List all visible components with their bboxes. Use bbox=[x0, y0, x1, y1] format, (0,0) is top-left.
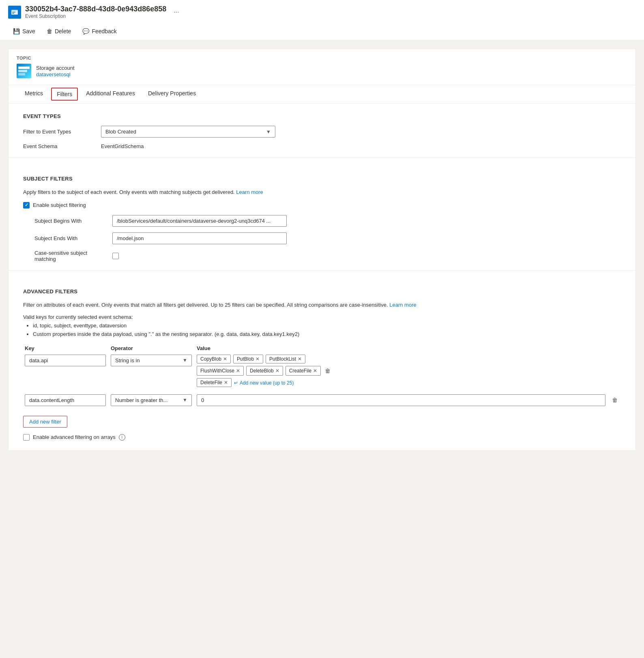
event-types-dropdown[interactable]: Blob Created ▼ bbox=[101, 126, 275, 138]
tag-putblocklist-label: PutBlockList bbox=[269, 356, 296, 362]
chevron-down-icon: ▼ bbox=[182, 357, 187, 363]
page-subtitle: Event Subscription bbox=[25, 13, 166, 19]
tag-copyblob-close[interactable]: ✕ bbox=[223, 356, 227, 362]
filter2-value-input[interactable] bbox=[197, 394, 605, 406]
subject-ends-label: Subject Ends With bbox=[34, 235, 107, 241]
panel-card: Metrics Filters Additional Features Deli… bbox=[8, 85, 636, 451]
storage-account-icon-box bbox=[17, 64, 31, 78]
col-operator-header: Operator bbox=[111, 345, 192, 351]
event-types-dropdown-value: Blob Created bbox=[105, 129, 136, 135]
subject-begins-input[interactable] bbox=[112, 215, 287, 227]
tag-flushwithclose-label: FlushWithClose bbox=[200, 368, 234, 374]
tag-deletefile: DeleteFile ✕ bbox=[197, 378, 232, 387]
tag-flushwithclose: FlushWithClose ✕ bbox=[197, 366, 244, 376]
advanced-filters-title: ADVANCED FILTERS bbox=[23, 288, 621, 295]
chevron-down-icon: ▼ bbox=[182, 397, 187, 403]
toolbar: 💾 Save 🗑 Delete 💬 Feedback bbox=[8, 22, 636, 40]
topic-card: TOPIC Storage account dataversetosql bbox=[8, 49, 636, 85]
more-options-icon[interactable]: ··· bbox=[174, 9, 179, 16]
tag-putblocklist: PutBlockList ✕ bbox=[266, 355, 305, 363]
info-icon[interactable]: i bbox=[119, 434, 125, 441]
enable-adv-filtering-checkbox[interactable] bbox=[23, 434, 30, 441]
save-icon: 💾 bbox=[13, 28, 20, 34]
event-schema-row: Event Schema EventGridSchema bbox=[23, 143, 621, 149]
tag-putblob-label: PutBlob bbox=[237, 356, 254, 362]
col-value-header: Value bbox=[197, 345, 619, 351]
filter1-value-area: CopyBlob ✕ PutBlob ✕ PutBlockList ✕ bbox=[197, 355, 619, 389]
filter2-delete-button[interactable]: 🗑 bbox=[610, 395, 619, 405]
tab-filters[interactable]: Filters bbox=[51, 88, 78, 101]
filter-row-2: Number is greater th... ▼ 🗑 bbox=[23, 394, 621, 406]
save-button[interactable]: 💾 Save bbox=[8, 26, 40, 37]
topic-label: TOPIC bbox=[17, 56, 627, 60]
tag-deletefile-close[interactable]: ✕ bbox=[224, 380, 228, 385]
tab-additional-features[interactable]: Additional Features bbox=[79, 85, 142, 103]
page-title: 330052b4-3ac7-888d-43d8-0e943d86e858 bbox=[25, 5, 166, 13]
tag-createfile-label: CreateFile bbox=[289, 368, 311, 374]
tag-deleteblob: DeleteBlob ✕ bbox=[246, 366, 283, 376]
feedback-icon: 💬 bbox=[82, 28, 89, 34]
case-sensitive-label: Case-sensitive subject matching bbox=[34, 250, 107, 262]
delete-button[interactable]: 🗑 Delete bbox=[42, 26, 76, 37]
subject-begins-label: Subject Begins With bbox=[34, 218, 107, 224]
tag-putblocklist-close[interactable]: ✕ bbox=[298, 356, 302, 362]
filter1-key-input[interactable] bbox=[25, 355, 106, 366]
tag-deleteblob-label: DeleteBlob bbox=[250, 368, 274, 374]
svg-rect-3 bbox=[12, 13, 14, 14]
filter-event-types-label: Filter to Event Types bbox=[23, 129, 96, 135]
tag-createfile-close[interactable]: ✕ bbox=[313, 368, 317, 374]
valid-keys-item-1: id, topic, subject, eventtype, dataversi… bbox=[33, 322, 621, 330]
header-bar: 330052b4-3ac7-888d-43d8-0e943d86e858 Eve… bbox=[0, 0, 644, 41]
filter-table-header: Key Operator Value bbox=[23, 345, 621, 351]
valid-keys-item-2: Custom properties inside the data payloa… bbox=[33, 330, 621, 339]
event-schema-value: EventGridSchema bbox=[101, 143, 144, 149]
add-value-icon: ↵ bbox=[234, 380, 238, 386]
enable-adv-filtering-label: Enable advanced filtering on arrays bbox=[33, 434, 116, 440]
tag-putblob-close[interactable]: ✕ bbox=[255, 356, 260, 362]
topic-info: Storage account dataversetosql bbox=[17, 64, 627, 78]
filter2-operator-dropdown[interactable]: Number is greater th... ▼ bbox=[111, 394, 192, 406]
delete-icon: 🗑 bbox=[47, 28, 52, 34]
subject-ends-row: Subject Ends With bbox=[34, 232, 621, 244]
feedback-button[interactable]: 💬 Feedback bbox=[77, 26, 121, 37]
case-sensitive-checkbox[interactable] bbox=[112, 253, 119, 259]
tab-delivery-properties[interactable]: Delivery Properties bbox=[142, 85, 202, 103]
add-value-label: Add new value (up to 25) bbox=[240, 380, 294, 386]
advanced-filters-desc: Filter on attributes of each event. Only… bbox=[23, 301, 621, 310]
filter2-key-input[interactable] bbox=[25, 394, 106, 406]
filter1-operator-dropdown[interactable]: String is in ▼ bbox=[111, 355, 192, 366]
enable-subject-filtering-checkbox[interactable] bbox=[23, 202, 30, 209]
advanced-filters-learn-more[interactable]: Learn more bbox=[389, 302, 416, 308]
add-new-filter-button[interactable]: Add new filter bbox=[23, 416, 67, 428]
tag-flushwithclose-close[interactable]: ✕ bbox=[236, 368, 240, 374]
valid-keys-list: id, topic, subject, eventtype, dataversi… bbox=[23, 322, 621, 339]
resource-icon bbox=[8, 6, 21, 19]
subject-filters-section: SUBJECT FILTERS Apply filters to the sub… bbox=[9, 166, 635, 262]
tag-copyblob: CopyBlob ✕ bbox=[197, 355, 231, 363]
topic-link[interactable]: dataversetosql bbox=[36, 71, 71, 77]
svg-rect-1 bbox=[11, 10, 18, 11]
tag-copyblob-label: CopyBlob bbox=[200, 356, 221, 362]
title-text: 330052b4-3ac7-888d-43d8-0e943d86e858 Eve… bbox=[25, 5, 166, 19]
subject-filters-learn-more[interactable]: Learn more bbox=[236, 189, 263, 195]
enable-subject-filtering-row: Enable subject filtering bbox=[23, 202, 621, 209]
enable-subject-filtering-label: Enable subject filtering bbox=[33, 202, 86, 208]
filter1-tags-row: CopyBlob ✕ PutBlob ✕ PutBlockList ✕ bbox=[197, 355, 619, 363]
topic-type: Storage account bbox=[36, 65, 75, 71]
tag-deleteblob-close[interactable]: ✕ bbox=[275, 368, 279, 374]
filter1-tags-row-3: DeleteFile ✕ ↵ Add new value (up to 25) bbox=[197, 378, 619, 387]
valid-keys-text: Valid keys for currently selected event … bbox=[23, 314, 621, 320]
case-sensitive-row: Case-sensitive subject matching bbox=[34, 250, 621, 262]
filter2-operator-value: Number is greater th... bbox=[115, 397, 167, 403]
filter1-delete-button[interactable]: 🗑 bbox=[323, 366, 332, 376]
subject-ends-input[interactable] bbox=[112, 232, 287, 244]
col-key-header: Key bbox=[25, 345, 106, 351]
filter-row-1: String is in ▼ CopyBlob ✕ PutBlob ✕ bbox=[23, 355, 621, 389]
enable-adv-filtering-row: Enable advanced filtering on arrays i bbox=[23, 434, 621, 441]
tabs-row: Metrics Filters Additional Features Deli… bbox=[9, 85, 635, 103]
filter1-operator-value: String is in bbox=[115, 357, 140, 363]
tag-putblob: PutBlob ✕ bbox=[233, 355, 263, 363]
tab-metrics[interactable]: Metrics bbox=[18, 85, 49, 103]
add-filter-label: Add new filter bbox=[29, 419, 61, 425]
filter1-add-value[interactable]: ↵ Add new value (up to 25) bbox=[234, 379, 294, 387]
